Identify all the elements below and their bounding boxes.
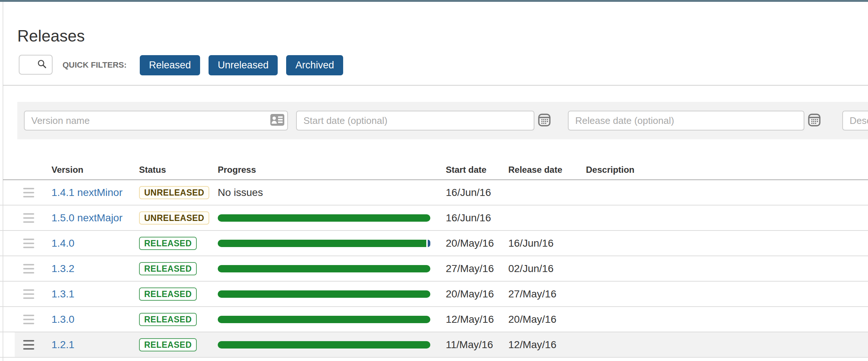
table-row: 1.2.1 RELEASED 11/May/16 12/May/16 [0,332,868,358]
done-segment [218,214,430,222]
start-date-cell: 12/May/16 [446,307,494,332]
filter-archived-button[interactable]: Archived [286,55,343,75]
quick-filter-buttons: Released Unreleased Archived [140,55,343,75]
status-cell: RELEASED [139,307,197,332]
done-segment [218,265,430,272]
in-progress-segment [428,240,430,247]
start-date-cell: 11/May/16 [446,332,493,357]
top-accent-bar [0,0,868,2]
table-row: 1.3.2 RELEASED 27/May/16 02/Jun/16 [0,256,868,282]
progress-cell [218,231,430,255]
version-link[interactable]: 1.3.1 [51,282,74,306]
drag-handle-icon[interactable] [23,312,34,327]
table-row: 1.4.0 RELEASED 20/May/16 16/Jun/16 [0,231,868,256]
column-header-start-date: Start date [446,160,487,179]
done-segment [218,240,426,247]
add-version-form [17,102,868,139]
status-badge: UNRELEASED [139,186,209,199]
status-badge: RELEASED [139,262,197,275]
table-row: 1.3.1 RELEASED 20/May/16 27/May/16 [0,282,868,307]
table-row: 1.4.1 nextMinor UNRELEASED No issues 16/… [0,180,868,205]
progress-bar[interactable] [218,290,430,298]
done-segment [218,316,430,323]
version-link[interactable]: 1.4.0 [51,231,74,255]
table-body: 1.4.1 nextMinor UNRELEASED No issues 16/… [0,180,868,358]
column-header-release-date: Release date [508,160,562,179]
vcard-icon [270,114,284,127]
status-cell: RELEASED [139,282,197,306]
start-date-cell: 27/May/16 [446,256,494,281]
progress-cell [218,205,430,230]
release-date-cell: 12/May/16 [508,332,556,357]
no-issues-text: No issues [218,187,263,199]
filter-unreleased-button[interactable]: Unreleased [209,55,278,75]
status-cell: RELEASED [139,332,197,357]
release-date-cell: 27/May/16 [508,282,556,306]
status-badge: RELEASED [139,313,197,326]
table-header: Version Status Progress Start date Relea… [0,160,868,179]
column-header-description: Description [586,160,634,179]
status-cell: UNRELEASED [139,205,209,230]
status-badge: RELEASED [139,338,197,351]
version-name-input[interactable] [24,111,288,131]
section-divider [3,85,868,86]
progress-bar[interactable] [218,214,430,222]
drag-handle-icon[interactable] [23,211,34,225]
release-date-input[interactable] [568,111,804,131]
status-cell: UNRELEASED [139,180,209,205]
quick-filters-label: QUICK FILTERS: [63,55,127,75]
table-row: 1.5.0 nextMajor UNRELEASED 16/Jun/16 [0,205,868,231]
column-header-progress: Progress [218,160,256,179]
start-date-cell: 20/May/16 [446,282,494,306]
progress-bar[interactable] [218,341,430,349]
progress-cell [218,332,430,357]
progress-bar[interactable] [218,316,430,323]
release-date-cell: 02/Jun/16 [508,256,554,281]
calendar-icon[interactable] [538,113,551,128]
start-date-cell: 20/May/16 [446,231,494,255]
version-link[interactable]: 1.3.0 [51,307,74,332]
drag-handle-icon[interactable] [23,261,34,276]
status-cell: RELEASED [139,256,197,281]
search-input[interactable] [19,55,53,75]
status-badge: RELEASED [139,287,197,301]
status-cell: RELEASED [139,231,197,255]
column-header-status: Status [139,160,166,179]
table-row: 1.3.0 RELEASED 12/May/16 20/May/16 [0,307,868,332]
done-segment [218,341,430,349]
progress-bar[interactable] [218,240,430,247]
start-date-cell: 16/Jun/16 [446,180,491,205]
version-link[interactable]: 1.4.1 nextMinor [51,180,122,205]
version-link[interactable]: 1.3.2 [51,256,74,281]
version-link[interactable]: 1.5.0 nextMajor [51,205,122,230]
drag-handle-icon[interactable] [23,287,34,301]
progress-cell [218,307,430,332]
progress-cell [218,256,430,281]
page-title: Releases [17,27,85,45]
progress-bar[interactable] [218,265,430,272]
status-badge: RELEASED [139,237,197,250]
progress-cell [218,282,430,306]
progress-cell: No issues [218,180,430,205]
done-segment [218,290,430,298]
filter-released-button[interactable]: Released [140,55,200,75]
drag-handle-icon[interactable] [23,236,34,251]
version-link[interactable]: 1.2.1 [51,332,74,357]
drag-handle-icon[interactable] [23,337,34,352]
search-icon[interactable] [37,59,47,71]
status-badge: UNRELEASED [139,211,209,225]
start-date-cell: 16/Jun/16 [446,205,491,230]
release-date-cell: 16/Jun/16 [508,231,554,255]
start-date-input[interactable] [296,111,534,131]
drag-handle-icon[interactable] [23,185,34,200]
release-date-cell: 20/May/16 [508,307,556,332]
column-header-version: Version [51,160,83,179]
description-input[interactable] [842,111,868,131]
calendar-icon[interactable] [808,113,821,128]
